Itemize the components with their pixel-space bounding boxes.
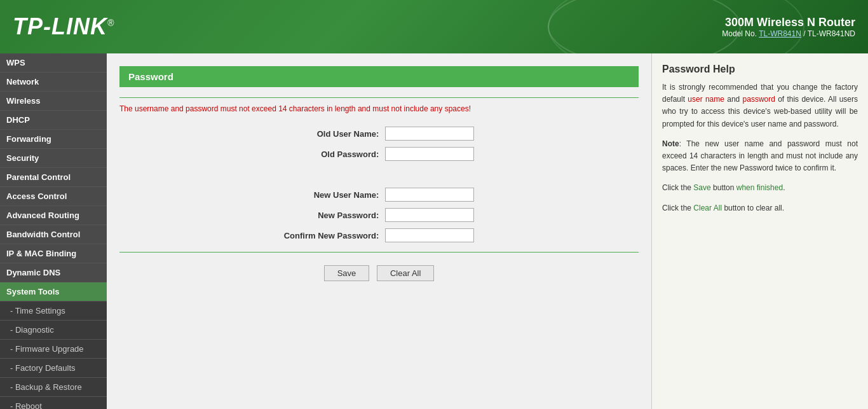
password-form: Old User Name: Old Password: New User Na… (284, 123, 475, 246)
save-button[interactable]: Save (324, 265, 370, 281)
model-link-wr841n[interactable]: TL-WR841N (759, 29, 801, 38)
button-row: Save Clear All (119, 265, 639, 288)
new-password-label: New Password: (284, 205, 386, 225)
sidebar-item-system-tools[interactable]: System Tools (0, 282, 107, 302)
sidebar-item-backup-restore[interactable]: - Backup & Restore (0, 378, 107, 397)
sidebar: WPSNetworkWirelessDHCPForwardingSecurity… (0, 53, 107, 409)
device-name: 300M Wireless N Router (722, 16, 855, 29)
sidebar-item-network[interactable]: Network (0, 73, 107, 92)
old-password-label: Old Password: (284, 144, 386, 164)
help-clear-instruction: Click the Clear All button to clear all. (662, 202, 858, 214)
sidebar-item-security[interactable]: Security (0, 149, 107, 168)
main-panel: Password The username and password must … (107, 53, 652, 409)
main-layout: WPSNetworkWirelessDHCPForwardingSecurity… (0, 53, 868, 409)
sidebar-item-dhcp[interactable]: DHCP (0, 111, 107, 130)
help-paragraph1: It is strongly recommended that you chan… (662, 81, 858, 130)
sidebar-item-bandwidth-control[interactable]: Bandwidth Control (0, 225, 107, 244)
confirm-password-label: Confirm New Password: (284, 225, 386, 246)
sidebar-item-firmware-upgrade[interactable]: - Firmware Upgrade (0, 340, 107, 359)
device-info: 300M Wireless N Router Model No. TL-WR84… (722, 16, 855, 38)
new-username-row: New User Name: (284, 184, 475, 205)
old-username-input[interactable] (385, 127, 474, 141)
sidebar-item-factory-defaults[interactable]: - Factory Defaults (0, 359, 107, 378)
sidebar-item-parental-control[interactable]: Parental Control (0, 168, 107, 187)
page-title: Password (119, 66, 639, 87)
sidebar-item-dynamic-dns[interactable]: Dynamic DNS (0, 263, 107, 282)
sidebar-item-forwarding[interactable]: Forwarding (0, 130, 107, 149)
old-username-row: Old User Name: (284, 123, 475, 144)
header: TP-LINK® 300M Wireless N Router Model No… (0, 0, 868, 53)
sidebar-item-time-settings[interactable]: - Time Settings (0, 302, 107, 321)
sidebar-item-ip-mac-binding[interactable]: IP & MAC Binding (0, 244, 107, 263)
new-username-input[interactable] (385, 188, 474, 202)
sidebar-item-wireless[interactable]: Wireless (0, 92, 107, 111)
old-password-row: Old Password: (284, 144, 475, 164)
model-number: Model No. TL-WR841N / TL-WR841ND (722, 29, 855, 38)
new-password-row: New Password: (284, 205, 475, 225)
bottom-separator (119, 252, 639, 253)
confirm-password-input[interactable] (385, 228, 474, 242)
top-separator (119, 97, 639, 98)
warning-text: The username and password must not excee… (119, 104, 639, 113)
old-password-input[interactable] (385, 147, 474, 161)
clear-all-button[interactable]: Clear All (377, 265, 434, 281)
help-title: Password Help (662, 64, 858, 75)
confirm-password-row: Confirm New Password: (284, 225, 475, 246)
old-username-label: Old User Name: (284, 123, 386, 144)
sidebar-item-advanced-routing[interactable]: Advanced Routing (0, 206, 107, 225)
sidebar-item-reboot[interactable]: - Reboot (0, 397, 107, 409)
help-save-instruction: Click the Save button when finished. (662, 182, 858, 194)
sidebar-item-access-control[interactable]: Access Control (0, 187, 107, 206)
sidebar-item-diagnostic[interactable]: - Diagnostic (0, 321, 107, 340)
logo: TP-LINK® (13, 13, 114, 40)
help-panel: Password Help It is strongly recommended… (652, 53, 868, 409)
new-password-input[interactable] (385, 208, 474, 222)
content-area: Password The username and password must … (107, 53, 868, 409)
new-username-label: New User Name: (284, 184, 386, 205)
help-note: Note: The new user name and password mus… (662, 138, 858, 175)
sidebar-item-wps[interactable]: WPS (0, 53, 107, 73)
